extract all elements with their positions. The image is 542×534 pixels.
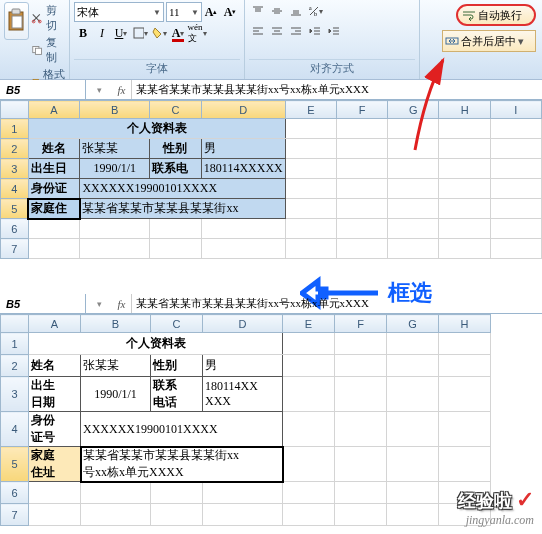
align-top-button[interactable]: [249, 2, 267, 20]
svg-rect-6: [36, 48, 42, 54]
font-label: 字体: [74, 59, 240, 77]
font-name-selector[interactable]: 宋体▼: [74, 2, 164, 22]
svg-rect-9: [134, 28, 144, 38]
increase-indent-button[interactable]: [325, 22, 343, 40]
name-box-row: B5 ▾ fx 某某省某某市某某县某某街xx号xx栋x单元xXXX: [0, 294, 542, 314]
cell[interactable]: 联系 电话: [151, 377, 203, 412]
align-middle-button[interactable]: [268, 2, 286, 20]
font-color-button[interactable]: A▾: [169, 24, 187, 42]
cell[interactable]: 180114XXXXX: [201, 159, 285, 179]
name-box-row: B5 ▾ fx 某某省某某市某某县某某街xx号xx栋x单元xXXX: [0, 80, 542, 100]
svg-rect-1: [12, 9, 20, 14]
svg-rect-2: [12, 16, 22, 28]
phonetic-button[interactable]: wén文▾: [188, 24, 206, 42]
formula-bar[interactable]: 某某省某某市某某县某某街xx号xx栋x单元xXXX: [132, 82, 542, 97]
align-center-button[interactable]: [268, 22, 286, 40]
font-group: 宋体▼ 11▼ A▴ A▾ B I U▾ ▾ ▾ A▾ wén文▾ 字体: [70, 0, 245, 79]
font-size-selector[interactable]: 11▼: [166, 2, 202, 22]
cell[interactable]: 1990/1/1: [80, 159, 150, 179]
grid[interactable]: ABCDEFGH 1个人资料表 2 姓名 张某某 性别 男 3 出生 日期 19…: [0, 314, 491, 526]
fx-icon[interactable]: fx: [112, 294, 132, 313]
fx-icon[interactable]: fx: [112, 80, 132, 99]
cell[interactable]: 联系电: [150, 159, 202, 179]
copy-button[interactable]: 复制: [31, 34, 65, 66]
cell[interactable]: 张某某: [80, 139, 150, 159]
italic-button[interactable]: I: [93, 24, 111, 42]
cell[interactable]: XXXXXX19900101XXXX: [80, 179, 285, 199]
cell[interactable]: 男: [203, 355, 283, 377]
formula-bar[interactable]: 某某省某某市某某县某某街xx号xx栋x单元xXXX: [132, 296, 542, 311]
ribbon: 剪切 复制 格式刷 粘贴 剪贴板 宋体▼ 11▼ A▴ A▾ B I U▾ ▾ …: [0, 0, 542, 80]
chevron-down-icon: ▼: [191, 8, 199, 17]
cell[interactable]: 1990/1/1: [81, 377, 151, 412]
clipboard-group: 剪切 复制 格式刷 粘贴 剪贴板: [0, 0, 70, 79]
cell[interactable]: 家庭 住址: [29, 447, 81, 482]
orientation-button[interactable]: ab▾: [306, 2, 324, 20]
fill-color-button[interactable]: ▾: [150, 24, 168, 42]
cell[interactable]: 家庭住: [28, 199, 80, 219]
cell[interactable]: 男: [201, 139, 285, 159]
cell-title[interactable]: 个人资料表: [29, 333, 283, 355]
cell[interactable]: 姓名: [29, 355, 81, 377]
cut-button[interactable]: 剪切: [31, 2, 65, 34]
align-bottom-button[interactable]: [287, 2, 305, 20]
cell[interactable]: 姓名: [28, 139, 80, 159]
active-cell[interactable]: 某某省某某市某某县某某街xx: [80, 199, 285, 219]
cell[interactable]: 性别: [150, 139, 202, 159]
active-cell[interactable]: 某某省某某市某某县某某街xx 号xx栋x单元XXXX: [81, 447, 283, 482]
check-icon: ✓: [516, 487, 534, 512]
name-box[interactable]: B5: [0, 294, 86, 313]
chevron-down-icon: ▼: [153, 8, 161, 17]
watermark: 经验啦✓ jingyanla.com: [458, 487, 534, 528]
wrap-text-button[interactable]: 自动换行: [456, 4, 536, 26]
grid[interactable]: ABCDEFGHI 1个人资料表 2 姓名 张某某 性别 男 3 出生日 199…: [0, 100, 542, 259]
border-button[interactable]: ▾: [131, 24, 149, 42]
align-left-button[interactable]: [249, 22, 267, 40]
svg-point-3: [33, 20, 36, 23]
cell[interactable]: 180114XX XXX: [203, 377, 283, 412]
paste-button[interactable]: [4, 2, 29, 40]
cell[interactable]: 出生 日期: [29, 377, 81, 412]
alignment-group: ab▾ 对齐方式: [245, 0, 420, 79]
cell[interactable]: 身份 证号: [29, 412, 81, 447]
underline-button[interactable]: U▾: [112, 24, 130, 42]
cell[interactable]: 身份证: [28, 179, 80, 199]
decrease-indent-button[interactable]: [306, 22, 324, 40]
svg-text:a: a: [309, 5, 312, 11]
grow-font-button[interactable]: A▴: [202, 3, 220, 21]
spreadsheet-before: B5 ▾ fx 某某省某某市某某县某某街xx号xx栋x单元xXXX ABCDEF…: [0, 80, 542, 259]
merge-center-button[interactable]: 合并后居中▾: [442, 30, 536, 52]
cell-title[interactable]: 个人资料表: [28, 119, 285, 139]
cell[interactable]: 张某某: [81, 355, 151, 377]
name-box[interactable]: B5: [0, 80, 86, 99]
shrink-font-button[interactable]: A▾: [221, 3, 239, 21]
bold-button[interactable]: B: [74, 24, 92, 42]
cell[interactable]: XXXXXX19900101XXXX: [81, 412, 283, 447]
cell[interactable]: 性别: [151, 355, 203, 377]
cell[interactable]: 出生日: [28, 159, 80, 179]
align-right-button[interactable]: [287, 22, 305, 40]
alignment-label: 对齐方式: [249, 59, 415, 77]
svg-text:b: b: [314, 11, 317, 17]
